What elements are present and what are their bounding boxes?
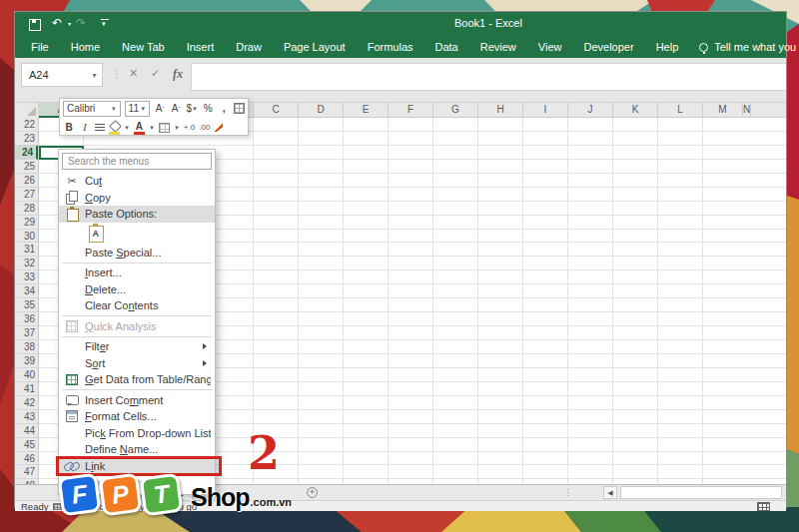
row-header-33[interactable]: 33 [15, 270, 38, 284]
increase-decimal-icon[interactable]: +.0 [184, 123, 195, 132]
menu-item-insert[interactable]: Insert... [59, 265, 215, 281]
name-box-dropdown-icon[interactable]: ▼ [91, 72, 98, 79]
font-name-select[interactable]: Calibri ▼ [63, 101, 121, 117]
comma-format-icon[interactable]: , [218, 101, 230, 117]
column-header-m[interactable]: M [703, 103, 743, 118]
row-header-32[interactable]: 32 [15, 257, 38, 270]
fill-color-icon[interactable] [109, 121, 120, 135]
column-header-n[interactable]: N [743, 103, 751, 118]
menu-item-define-name[interactable]: Define Name... [59, 441, 215, 458]
row-header-44[interactable]: 44 [15, 424, 38, 438]
row-header-41[interactable]: 41 [15, 382, 38, 396]
format-table-icon[interactable] [234, 103, 245, 114]
row-header-34[interactable]: 34 [15, 284, 38, 298]
normal-view-icon[interactable] [757, 502, 770, 511]
tab-new-tab[interactable]: New Tab [111, 36, 176, 58]
row-header-37[interactable]: 37 [15, 326, 38, 340]
menu-item-paste-options[interactable]: Paste Options: [59, 206, 215, 223]
tab-scroll-divider[interactable]: ⋮ [563, 487, 572, 497]
enter-icon[interactable]: ✓ [151, 67, 160, 80]
column-header-l[interactable]: L [658, 103, 703, 118]
tab-review[interactable]: Review [469, 36, 527, 58]
menu-item-quick-analysis[interactable]: Quick Analysis [59, 318, 215, 335]
format-painter-icon[interactable] [214, 123, 223, 132]
percent-format-icon[interactable]: % [202, 101, 214, 117]
borders-icon[interactable] [159, 123, 170, 133]
row-header-43[interactable]: 43 [15, 410, 38, 424]
tab-page-layout[interactable]: Page Layout [273, 36, 357, 58]
row-header-23[interactable]: 23 [15, 132, 38, 146]
select-all-corner[interactable] [15, 103, 39, 118]
row-header-39[interactable]: 39 [15, 354, 38, 368]
menu-item-link[interactable]: Link [59, 458, 215, 475]
decrease-decimal-icon[interactable]: .00 [199, 123, 210, 132]
chevron-down-icon[interactable]: ▼ [149, 125, 155, 131]
italic-icon[interactable]: I [79, 120, 91, 136]
menu-item-sort[interactable]: Sort [59, 355, 215, 372]
tab-data[interactable]: Data [424, 36, 469, 58]
menu-item-format-cells[interactable]: Format Cells... [59, 408, 215, 425]
column-header-j[interactable]: J [568, 103, 613, 118]
row-header-30[interactable]: 30 [15, 230, 38, 244]
font-size-select[interactable]: 11 ▼ [125, 101, 151, 117]
row-header-38[interactable]: 38 [15, 340, 38, 354]
insert-function-icon[interactable]: fx [173, 67, 183, 82]
column-header-f[interactable]: F [389, 103, 433, 118]
menu-item-filter[interactable]: Filter [59, 338, 215, 355]
font-color-icon[interactable]: A [134, 121, 145, 135]
menu-item-cut[interactable]: Cut [59, 173, 215, 190]
name-box[interactable]: A24 ▼ [21, 63, 103, 87]
menu-item-paste-special[interactable]: Paste Special... [59, 245, 215, 262]
redo-icon[interactable] [75, 17, 89, 31]
tab-formulas[interactable]: Formulas [357, 36, 424, 58]
row-header-35[interactable]: 35 [15, 298, 38, 312]
column-header-e[interactable]: E [344, 103, 389, 118]
row-header-26[interactable]: 26 [15, 174, 38, 188]
row-header-29[interactable]: 29 [15, 216, 38, 230]
tell-me-box[interactable]: Tell me what you want to do [699, 41, 799, 53]
currency-format-icon[interactable]: $▼ [186, 101, 198, 117]
customize-toolbar-icon[interactable] [99, 17, 113, 31]
horizontal-scrollbar[interactable] [620, 486, 782, 499]
menu-item-get-data-from-table-range[interactable]: Get Data from Table/Range... [59, 371, 215, 388]
chevron-down-icon[interactable]: ▼ [174, 125, 180, 131]
row-header-46[interactable]: 46 [15, 452, 38, 466]
column-header-d[interactable]: D [299, 103, 344, 118]
chevron-down-icon[interactable]: ▼ [124, 125, 130, 131]
new-sheet-icon[interactable]: + [307, 487, 318, 498]
column-header-g[interactable]: G [433, 103, 478, 118]
tab-draw[interactable]: Draw [225, 36, 273, 58]
row-header-25[interactable]: 25 [15, 160, 38, 174]
tab-file[interactable]: File [20, 36, 60, 58]
shrink-font-icon[interactable]: Aˇ [170, 101, 182, 117]
row-header-27[interactable]: 27 [15, 188, 38, 202]
column-header-c[interactable]: C [254, 103, 299, 118]
tab-help[interactable]: Help [645, 36, 690, 58]
menu-item-pick-from-drop-down-list[interactable]: Pick From Drop-down List... [59, 425, 215, 442]
column-header-k[interactable]: K [613, 103, 658, 118]
align-center-icon[interactable] [95, 124, 105, 132]
search-input[interactable] [62, 153, 212, 170]
row-header-40[interactable]: 40 [15, 368, 38, 382]
menu-item-insert-comment[interactable]: Insert Comment [59, 392, 215, 409]
row-header-24[interactable]: 24 [15, 146, 38, 160]
row-header-28[interactable]: 28 [15, 202, 38, 216]
menu-item-copy[interactable]: Copy [59, 190, 215, 207]
tab-developer[interactable]: Developer [572, 36, 644, 58]
tab-insert[interactable]: Insert [176, 36, 226, 58]
menu-item-delete[interactable]: Delete... [59, 281, 215, 298]
column-header-i[interactable]: I [523, 103, 568, 118]
row-header-36[interactable]: 36 [15, 312, 38, 326]
menu-item-clear-contents[interactable]: Clear Contents [59, 297, 215, 314]
cancel-icon[interactable]: ✕ [129, 67, 138, 80]
row-header-42[interactable]: 42 [15, 396, 38, 410]
undo-icon[interactable] [51, 17, 65, 31]
tab-view[interactable]: View [527, 36, 573, 58]
row-header-31[interactable]: 31 [15, 243, 38, 257]
bold-icon[interactable]: B [63, 120, 75, 136]
formula-input[interactable] [191, 63, 786, 91]
menu-paste-option-keep-source[interactable] [59, 223, 215, 245]
row-header-45[interactable]: 45 [15, 438, 38, 452]
tab-home[interactable]: Home [60, 36, 111, 58]
save-icon[interactable] [27, 17, 41, 31]
